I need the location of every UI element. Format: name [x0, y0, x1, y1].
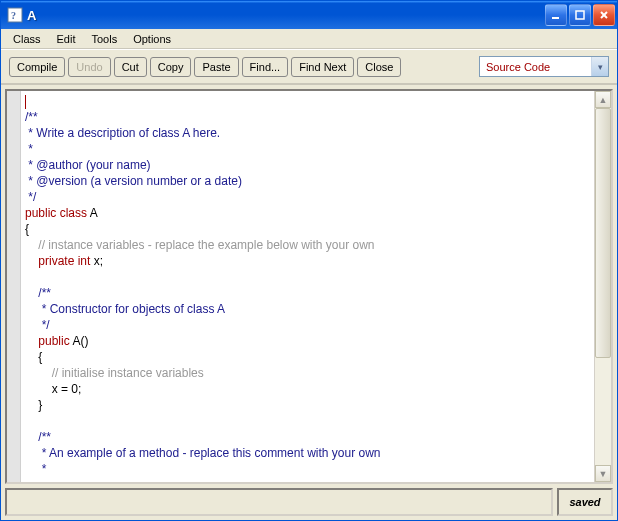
- maximize-button[interactable]: [569, 4, 591, 26]
- menu-edit[interactable]: Edit: [49, 31, 84, 47]
- menu-class[interactable]: Class: [5, 31, 49, 47]
- window-title: A: [27, 8, 545, 23]
- find-button[interactable]: Find...: [242, 57, 289, 77]
- menubar: Class Edit Tools Options: [1, 29, 617, 49]
- scroll-thumb[interactable]: [595, 108, 611, 358]
- editor: /** * Write a description of class A her…: [5, 89, 613, 484]
- scroll-up-icon[interactable]: ▲: [595, 91, 611, 108]
- menu-options[interactable]: Options: [125, 31, 179, 47]
- view-selector-value: Source Code: [486, 61, 550, 73]
- svg-rect-2: [552, 17, 559, 19]
- copy-button[interactable]: Copy: [150, 57, 192, 77]
- status-state: saved: [557, 488, 613, 516]
- cut-button[interactable]: Cut: [114, 57, 147, 77]
- svg-text:?: ?: [11, 10, 16, 21]
- svg-rect-3: [576, 11, 584, 19]
- minimize-button[interactable]: [545, 4, 567, 26]
- statusbar: saved: [5, 488, 613, 516]
- status-message: [5, 488, 553, 516]
- undo-button[interactable]: Undo: [68, 57, 110, 77]
- window: ? A Class Edit Tools Options Compile Und…: [0, 0, 618, 521]
- close-button[interactable]: Close: [357, 57, 401, 77]
- compile-button[interactable]: Compile: [9, 57, 65, 77]
- scroll-track[interactable]: [595, 108, 611, 465]
- toolbar: Compile Undo Cut Copy Paste Find... Find…: [1, 49, 617, 85]
- find-next-button[interactable]: Find Next: [291, 57, 354, 77]
- menu-tools[interactable]: Tools: [83, 31, 125, 47]
- text-cursor: [25, 95, 26, 109]
- vertical-scrollbar[interactable]: ▲ ▼: [594, 91, 611, 482]
- titlebar: ? A: [1, 1, 617, 29]
- chevron-down-icon: ▾: [591, 57, 608, 76]
- window-buttons: [545, 4, 615, 26]
- close-window-button[interactable]: [593, 4, 615, 26]
- scroll-down-icon[interactable]: ▼: [595, 465, 611, 482]
- paste-button[interactable]: Paste: [194, 57, 238, 77]
- gutter: [7, 91, 21, 482]
- app-icon: ?: [7, 7, 23, 23]
- view-selector[interactable]: Source Code ▾: [479, 56, 609, 77]
- code-area[interactable]: /** * Write a description of class A her…: [21, 91, 594, 482]
